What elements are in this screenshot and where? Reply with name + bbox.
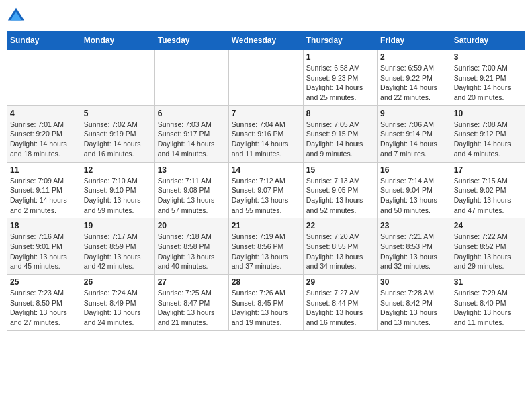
day-info: Sunrise: 7:08 AMSunset: 9:12 PMDaylight:… [454, 120, 522, 159]
page-header [7, 7, 525, 26]
calendar-cell: 13Sunrise: 7:11 AMSunset: 9:08 PMDayligh… [154, 162, 228, 218]
logo-icon [7, 7, 26, 26]
calendar-cell: 9Sunrise: 7:06 AMSunset: 9:14 PMDaylight… [378, 105, 451, 162]
calendar-header-row: SundayMondayTuesdayWednesdayThursdayFrid… [7, 32, 525, 50]
calendar-cell: 8Sunrise: 7:05 AMSunset: 9:15 PMDaylight… [303, 105, 377, 162]
logo [7, 7, 28, 26]
calendar-cell: 4Sunrise: 7:01 AMSunset: 9:20 PMDaylight… [7, 105, 81, 162]
day-info: Sunrise: 7:29 AMSunset: 8:40 PMDaylight:… [454, 288, 522, 328]
day-number: 7 [232, 109, 300, 118]
day-number: 20 [158, 221, 226, 230]
day-info: Sunrise: 7:04 AMSunset: 9:16 PMDaylight:… [232, 120, 300, 159]
calendar-cell: 5Sunrise: 7:02 AMSunset: 9:19 PMDaylight… [81, 105, 154, 162]
calendar: SundayMondayTuesdayWednesdayThursdayFrid… [7, 31, 525, 331]
day-info: Sunrise: 7:21 AMSunset: 8:53 PMDaylight:… [380, 232, 448, 271]
day-info: Sunrise: 7:11 AMSunset: 9:08 PMDaylight:… [158, 176, 226, 216]
day-number: 16 [380, 165, 448, 175]
day-number: 15 [306, 165, 374, 175]
day-number: 11 [10, 165, 78, 175]
header-thursday: Thursday [303, 32, 377, 50]
calendar-cell: 17Sunrise: 7:15 AMSunset: 9:02 PMDayligh… [451, 162, 525, 218]
day-number: 31 [454, 277, 522, 287]
calendar-cell: 11Sunrise: 7:09 AMSunset: 9:11 PMDayligh… [7, 162, 81, 218]
calendar-week-row: 1Sunrise: 6:58 AMSunset: 9:23 PMDaylight… [7, 50, 525, 106]
day-number: 17 [454, 165, 522, 175]
header-saturday: Saturday [451, 32, 525, 50]
day-number: 18 [10, 221, 78, 230]
calendar-cell: 16Sunrise: 7:14 AMSunset: 9:04 PMDayligh… [378, 162, 451, 218]
calendar-cell: 28Sunrise: 7:26 AMSunset: 8:45 PMDayligh… [228, 275, 303, 331]
day-number: 23 [380, 221, 448, 230]
day-number: 29 [306, 277, 374, 287]
calendar-cell: 23Sunrise: 7:21 AMSunset: 8:53 PMDayligh… [378, 218, 451, 275]
calendar-week-row: 11Sunrise: 7:09 AMSunset: 9:11 PMDayligh… [7, 162, 525, 218]
day-info: Sunrise: 7:23 AMSunset: 8:50 PMDaylight:… [10, 288, 78, 328]
day-number: 24 [454, 221, 522, 230]
day-number: 4 [10, 109, 78, 118]
day-number: 10 [454, 109, 522, 118]
calendar-cell: 29Sunrise: 7:27 AMSunset: 8:44 PMDayligh… [303, 275, 377, 331]
day-info: Sunrise: 7:12 AMSunset: 9:07 PMDaylight:… [232, 176, 300, 216]
calendar-cell: 27Sunrise: 7:25 AMSunset: 8:47 PMDayligh… [154, 275, 228, 331]
day-info: Sunrise: 7:17 AMSunset: 8:59 PMDaylight:… [84, 232, 152, 271]
day-info: Sunrise: 7:16 AMSunset: 9:01 PMDaylight:… [10, 232, 78, 271]
day-info: Sunrise: 7:26 AMSunset: 8:45 PMDaylight:… [232, 288, 300, 328]
calendar-cell [81, 50, 154, 106]
day-number: 19 [84, 221, 152, 230]
day-info: Sunrise: 7:18 AMSunset: 8:58 PMDaylight:… [158, 232, 226, 271]
calendar-cell: 12Sunrise: 7:10 AMSunset: 9:10 PMDayligh… [81, 162, 154, 218]
calendar-cell: 10Sunrise: 7:08 AMSunset: 9:12 PMDayligh… [451, 105, 525, 162]
calendar-cell: 18Sunrise: 7:16 AMSunset: 9:01 PMDayligh… [7, 218, 81, 275]
day-number: 9 [380, 109, 448, 118]
day-info: Sunrise: 7:27 AMSunset: 8:44 PMDaylight:… [306, 288, 374, 328]
calendar-cell: 31Sunrise: 7:29 AMSunset: 8:40 PMDayligh… [451, 275, 525, 331]
calendar-cell: 22Sunrise: 7:20 AMSunset: 8:55 PMDayligh… [303, 218, 377, 275]
day-number: 21 [232, 221, 300, 230]
day-info: Sunrise: 7:01 AMSunset: 9:20 PMDaylight:… [10, 120, 78, 159]
day-number: 30 [380, 277, 448, 287]
calendar-cell: 21Sunrise: 7:19 AMSunset: 8:56 PMDayligh… [228, 218, 303, 275]
calendar-cell: 20Sunrise: 7:18 AMSunset: 8:58 PMDayligh… [154, 218, 228, 275]
header-wednesday: Wednesday [228, 32, 303, 50]
calendar-cell: 15Sunrise: 7:13 AMSunset: 9:05 PMDayligh… [303, 162, 377, 218]
calendar-week-row: 25Sunrise: 7:23 AMSunset: 8:50 PMDayligh… [7, 275, 525, 331]
day-info: Sunrise: 7:09 AMSunset: 9:11 PMDaylight:… [10, 176, 78, 216]
day-number: 5 [84, 109, 152, 118]
day-number: 14 [232, 165, 300, 175]
day-info: Sunrise: 7:13 AMSunset: 9:05 PMDaylight:… [306, 176, 374, 216]
day-number: 6 [158, 109, 226, 118]
day-number: 25 [10, 277, 78, 287]
calendar-cell: 24Sunrise: 7:22 AMSunset: 8:52 PMDayligh… [451, 218, 525, 275]
header-sunday: Sunday [7, 32, 81, 50]
day-info: Sunrise: 7:22 AMSunset: 8:52 PMDaylight:… [454, 232, 522, 271]
calendar-cell: 6Sunrise: 7:03 AMSunset: 9:17 PMDaylight… [154, 105, 228, 162]
day-info: Sunrise: 6:58 AMSunset: 9:23 PMDaylight:… [306, 63, 374, 103]
day-info: Sunrise: 7:06 AMSunset: 9:14 PMDaylight:… [380, 120, 448, 159]
day-number: 26 [84, 277, 152, 287]
calendar-cell [7, 50, 81, 106]
day-number: 22 [306, 221, 374, 230]
day-info: Sunrise: 7:28 AMSunset: 8:42 PMDaylight:… [380, 288, 448, 328]
header-friday: Friday [378, 32, 451, 50]
day-info: Sunrise: 7:00 AMSunset: 9:21 PMDaylight:… [454, 63, 522, 103]
day-info: Sunrise: 7:19 AMSunset: 8:56 PMDaylight:… [232, 232, 300, 271]
day-info: Sunrise: 7:14 AMSunset: 9:04 PMDaylight:… [380, 176, 448, 216]
day-info: Sunrise: 6:59 AMSunset: 9:22 PMDaylight:… [380, 63, 448, 103]
calendar-cell: 7Sunrise: 7:04 AMSunset: 9:16 PMDaylight… [228, 105, 303, 162]
calendar-cell: 26Sunrise: 7:24 AMSunset: 8:49 PMDayligh… [81, 275, 154, 331]
day-number: 2 [380, 52, 448, 62]
day-info: Sunrise: 7:15 AMSunset: 9:02 PMDaylight:… [454, 176, 522, 216]
day-number: 8 [306, 109, 374, 118]
header-tuesday: Tuesday [154, 32, 228, 50]
day-number: 28 [232, 277, 300, 287]
day-info: Sunrise: 7:02 AMSunset: 9:19 PMDaylight:… [84, 120, 152, 159]
calendar-cell: 2Sunrise: 6:59 AMSunset: 9:22 PMDaylight… [378, 50, 451, 106]
header-monday: Monday [81, 32, 154, 50]
calendar-week-row: 4Sunrise: 7:01 AMSunset: 9:20 PMDaylight… [7, 105, 525, 162]
day-info: Sunrise: 7:10 AMSunset: 9:10 PMDaylight:… [84, 176, 152, 216]
day-info: Sunrise: 7:20 AMSunset: 8:55 PMDaylight:… [306, 232, 374, 271]
day-number: 3 [454, 52, 522, 62]
day-number: 27 [158, 277, 226, 287]
day-info: Sunrise: 7:25 AMSunset: 8:47 PMDaylight:… [158, 288, 226, 328]
calendar-cell [154, 50, 228, 106]
